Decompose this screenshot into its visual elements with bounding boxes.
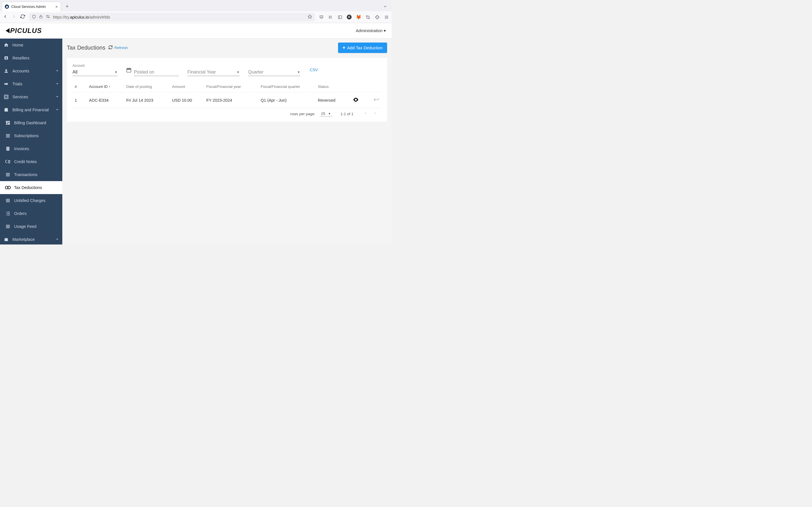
browser-tab[interactable]: ◆ Cloud Services Admin × xyxy=(2,2,61,11)
filter-posted-on[interactable]: Posted on xyxy=(134,68,179,76)
nav-buttons xyxy=(3,14,25,20)
bookmark-icon[interactable] xyxy=(308,14,312,20)
svg-rect-1 xyxy=(40,16,42,18)
chevron-down-icon: ▼ xyxy=(297,70,300,74)
svg-rect-24 xyxy=(8,122,10,125)
forward-button xyxy=(11,14,16,20)
view-icon[interactable] xyxy=(353,97,359,103)
tax-icon xyxy=(5,185,11,190)
page-range: 1-1 of 1 xyxy=(340,112,353,116)
col-status[interactable]: Status xyxy=(316,81,347,93)
export-csv-link[interactable]: .CSV xyxy=(309,68,318,72)
sidebar-item-orders[interactable]: Orders xyxy=(0,207,62,220)
pagination: rows per page: 25 ▼ 1-1 of 1 xyxy=(72,108,382,119)
filter-row: Account All ▼ Posted on Financial Year ▼ xyxy=(72,62,382,81)
content-card: Account All ▼ Posted on Financial Year ▼ xyxy=(67,58,387,122)
return-icon[interactable] xyxy=(373,97,379,103)
extension-crop-icon[interactable] xyxy=(365,15,370,19)
tab-bar: ◆ Cloud Services Admin × + xyxy=(0,0,392,11)
chevron-down-icon: ▾ xyxy=(384,28,386,33)
filter-financial-year[interactable]: Financial Year ▼ xyxy=(188,68,240,76)
chevron-down-icon xyxy=(56,95,59,99)
reload-button[interactable] xyxy=(20,14,25,20)
sidebar-item-accounts[interactable]: Accounts xyxy=(0,64,62,77)
app-header: PICULUS Administration ▾ xyxy=(0,23,392,39)
calendar-icon[interactable] xyxy=(126,67,132,74)
filter-quarter[interactable]: Quarter ▼ xyxy=(248,68,300,76)
add-tax-deduction-button[interactable]: + Add Tax Deduction xyxy=(338,43,387,53)
svg-line-9 xyxy=(331,15,332,18)
chevron-down-icon: ▼ xyxy=(114,70,117,74)
sort-asc-icon: ↑ xyxy=(109,84,111,89)
extensions-icon[interactable] xyxy=(375,15,379,19)
rows-per-page-select[interactable]: 25 ▼ xyxy=(319,111,333,117)
services-icon xyxy=(3,94,9,100)
col-fq[interactable]: Fiscal/Financial quarter xyxy=(259,81,316,93)
tab-overflow-icon[interactable] xyxy=(383,4,387,10)
extension-k-icon[interactable]: K xyxy=(347,15,352,19)
cell-fq: Q1 (Apr - Jun) xyxy=(259,93,316,108)
chevron-down-icon: ▼ xyxy=(237,70,240,74)
col-fy[interactable]: Fiscal/Financial year xyxy=(204,81,259,93)
reader-icon[interactable] xyxy=(338,15,342,19)
next-page-button[interactable] xyxy=(373,111,376,116)
sidebar-item-credit-notes[interactable]: Credit Notes xyxy=(0,155,62,168)
col-account-id[interactable]: Account ID ↑ xyxy=(87,81,124,93)
col-num: # xyxy=(72,81,87,93)
svg-point-5 xyxy=(48,17,49,18)
list-icon xyxy=(5,224,11,229)
favicon-icon: ◆ xyxy=(5,4,9,9)
col-amount[interactable]: Amount xyxy=(170,81,204,93)
rows-per-page-label: rows per page: xyxy=(290,112,315,116)
trials-icon xyxy=(3,81,9,87)
sidebar-item-tax-deductions[interactable]: Tax Deductions xyxy=(0,181,62,194)
sidebar-item-usage-feed[interactable]: Usage Feed xyxy=(0,220,62,233)
sidebar-item-invoices[interactable]: Invoices xyxy=(0,142,62,155)
prev-page-button[interactable] xyxy=(364,111,367,116)
sidebar-item-subscriptions[interactable]: Subscriptions xyxy=(0,129,62,142)
sidebar: Home Resellers Accounts Trials Services … xyxy=(0,39,62,244)
new-tab-button[interactable]: + xyxy=(63,3,71,10)
chevron-down-icon xyxy=(56,69,59,73)
col-date[interactable]: Date of posting xyxy=(124,81,170,93)
back-button[interactable] xyxy=(3,14,8,20)
tab-title: Cloud Services Admin xyxy=(11,5,53,9)
sidebar-item-billing-dashboard[interactable]: Billing Dashboard xyxy=(0,116,62,129)
main-content: Tax Deductions Refresh + Add Tax Deducti… xyxy=(62,39,392,244)
administration-dropdown[interactable]: Administration ▾ xyxy=(356,28,386,33)
shield-icon xyxy=(32,15,36,20)
home-icon xyxy=(3,43,9,48)
svg-rect-23 xyxy=(8,121,10,122)
chevron-down-icon xyxy=(56,237,59,242)
sidebar-item-home[interactable]: Home xyxy=(0,39,62,52)
close-tab-icon[interactable]: × xyxy=(55,4,58,9)
resellers-icon xyxy=(3,55,9,61)
sidebar-item-marketplace[interactable]: Marketplace xyxy=(0,233,62,244)
sidebar-item-unbilled[interactable]: Unbilled Charges xyxy=(0,194,62,207)
svg-point-17 xyxy=(5,69,7,71)
refresh-icon xyxy=(108,45,113,50)
sidebar-item-resellers[interactable]: Resellers xyxy=(0,52,62,64)
cell-amount: USD 10.00 xyxy=(170,93,204,108)
list-icon xyxy=(5,198,11,203)
pocket-icon[interactable] xyxy=(319,15,324,19)
address-bar: https://try.apiculus.io/admin/#/tds K 🦊 xyxy=(0,11,392,23)
refresh-button[interactable]: Refresh xyxy=(108,45,128,50)
credit-icon xyxy=(5,159,11,164)
menu-icon[interactable] xyxy=(384,15,389,19)
page-header: Tax Deductions Refresh + Add Tax Deducti… xyxy=(67,43,387,53)
sidebar-item-transactions[interactable]: Transactions xyxy=(0,168,62,181)
filter-account[interactable]: Account All ▼ xyxy=(72,64,117,76)
billing-icon xyxy=(3,107,9,112)
sidebar-item-services[interactable]: Services xyxy=(0,91,62,103)
metamask-icon[interactable]: 🦊 xyxy=(356,15,361,19)
sidebar-item-trials[interactable]: Trials xyxy=(0,77,62,91)
sidebar-item-billing[interactable]: Billing and Financial xyxy=(0,103,62,116)
url-input[interactable]: https://try.apiculus.io/admin/#/tds xyxy=(29,13,315,21)
logo[interactable]: PICULUS xyxy=(6,27,42,35)
chevron-up-icon xyxy=(56,108,59,112)
library-icon[interactable] xyxy=(328,15,333,19)
accounts-icon xyxy=(3,68,9,73)
filter-label: Account xyxy=(72,64,117,68)
page-title: Tax Deductions xyxy=(67,45,105,51)
